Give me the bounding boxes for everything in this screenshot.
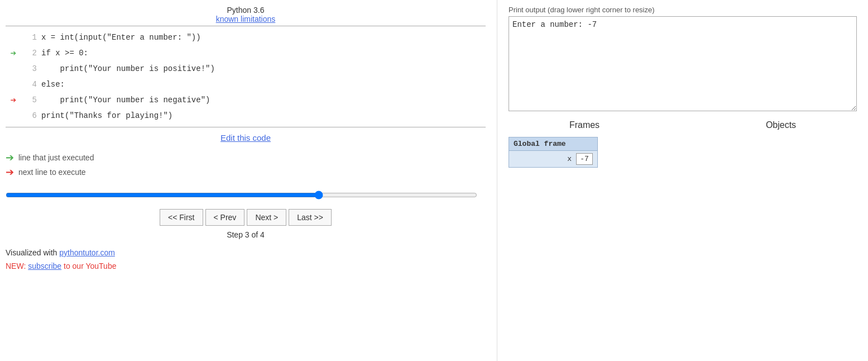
- code-line-4: ➔4else:: [6, 77, 486, 92]
- line-code-text: x = int(input("Enter a number: ")): [41, 33, 201, 42]
- legend-green-label: line that just executed: [18, 153, 94, 162]
- new-label: NEW:: [6, 262, 28, 270]
- frames-label: Frames: [509, 120, 660, 130]
- line-code-text: else:: [41, 80, 65, 89]
- code-area: ➔1x = int(input("Enter a number: "))➔2if…: [6, 26, 486, 127]
- frame-var-name: x: [514, 155, 576, 163]
- line-code-text: print("Your number is negative"): [41, 96, 210, 104]
- line-code-text: print("Your number is positive!"): [41, 64, 215, 73]
- objects-section: Objects: [705, 120, 857, 168]
- line-number: 1: [21, 33, 37, 42]
- line-number: 3: [21, 64, 37, 73]
- frames-objects-container: Frames Global frame x-7 Objects: [509, 120, 857, 168]
- no-arrow: ➔: [6, 78, 21, 91]
- frame-variable-row: x-7: [509, 151, 597, 167]
- right-panel: Print output (drag lower right corner to…: [497, 0, 868, 361]
- known-limitations-link[interactable]: known limitations: [216, 15, 276, 23]
- navigation-buttons: << First < Prev Next > Last >>: [6, 209, 486, 226]
- pythontutor-link[interactable]: pythontutor.com: [59, 248, 115, 257]
- line-number: 6: [21, 111, 37, 120]
- legend-red: ➔ next line to execute: [6, 166, 486, 178]
- line-number: 2: [21, 49, 37, 58]
- step-slider[interactable]: [6, 189, 477, 201]
- frames-section: Frames Global frame x-7: [509, 120, 660, 168]
- objects-label: Objects: [705, 120, 857, 130]
- footer-visualized: Visualized with pythontutor.com: [6, 248, 486, 257]
- line-number: 5: [21, 96, 37, 104]
- global-frame-box: Global frame x-7: [509, 137, 598, 168]
- green-execution-arrow: ➔: [6, 47, 21, 59]
- code-line-3: ➔3 print("Your number is positive!"): [6, 61, 486, 77]
- edit-this-code-link[interactable]: Edit this code: [220, 133, 271, 142]
- last-button[interactable]: Last >>: [289, 209, 332, 226]
- no-arrow: ➔: [6, 63, 21, 75]
- red-next-arrow: ➔: [6, 94, 21, 106]
- red-arrow-icon: ➔: [6, 166, 14, 178]
- output-box[interactable]: Enter a number: -7: [509, 16, 857, 111]
- line-code-text: print("Thanks for playing!"): [41, 111, 172, 120]
- global-frame-title: Global frame: [509, 137, 597, 151]
- edit-link-container: Edit this code: [6, 133, 486, 142]
- code-line-1: ➔1x = int(input("Enter a number: ")): [6, 30, 486, 45]
- first-button[interactable]: << First: [160, 209, 203, 226]
- code-line-6: ➔6print("Thanks for playing!"): [6, 108, 486, 124]
- subscribe-suffix: to our YouTube: [61, 262, 116, 270]
- no-arrow: ➔: [6, 31, 21, 44]
- legend: ➔ line that just executed ➔ next line to…: [6, 151, 486, 180]
- green-arrow-icon: ➔: [6, 151, 14, 164]
- code-line-5: ➔5 print("Your number is negative"): [6, 92, 486, 108]
- line-number: 4: [21, 80, 37, 89]
- legend-green: ➔ line that just executed: [6, 151, 486, 164]
- step-info: Step 3 of 4: [6, 230, 486, 239]
- code-line-2: ➔2if x >= 0:: [6, 45, 486, 61]
- left-panel: Python 3.6 known limitations ➔1x = int(i…: [0, 0, 497, 361]
- language-label: Python 3.6: [6, 6, 486, 15]
- frame-var-value: -7: [576, 153, 593, 165]
- footer-new: NEW: subscribe to our YouTube: [6, 262, 486, 270]
- step-slider-container: [6, 189, 486, 202]
- output-content: Enter a number: -7: [512, 20, 597, 29]
- footer-text-static: Visualized with: [6, 248, 59, 257]
- code-header: Python 3.6 known limitations: [6, 6, 486, 23]
- subscribe-link[interactable]: subscribe: [28, 262, 61, 270]
- line-code-text: if x >= 0:: [41, 49, 88, 58]
- no-arrow: ➔: [6, 110, 21, 122]
- next-button[interactable]: Next >: [247, 209, 286, 226]
- prev-button[interactable]: < Prev: [205, 209, 245, 226]
- output-label: Print output (drag lower right corner to…: [509, 6, 857, 14]
- legend-red-label: next line to execute: [18, 168, 86, 177]
